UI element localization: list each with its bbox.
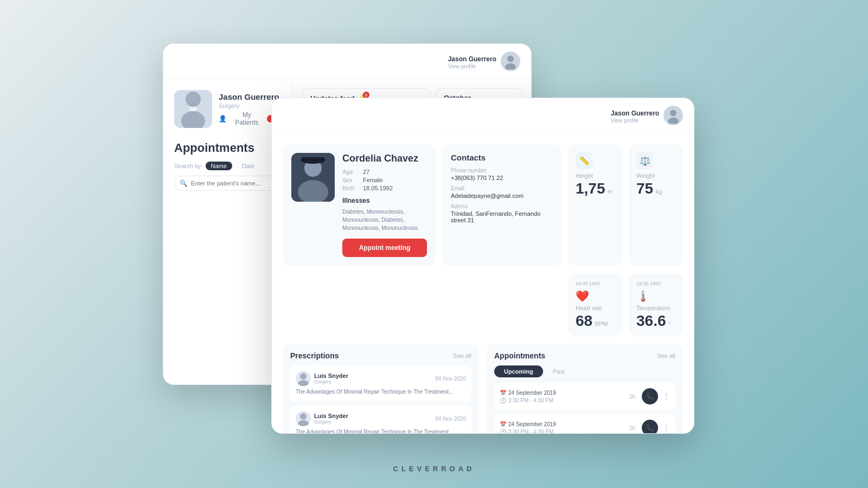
call-button[interactable]: 📞	[642, 420, 658, 434]
sex-value: Female	[363, 177, 383, 183]
age-row: Age 27	[342, 169, 427, 175]
prescriptions-see-all[interactable]: See all	[453, 352, 471, 359]
temperature-value-row: 36.6 °	[636, 313, 675, 329]
scene: Jason Guerrero View profile	[163, 43, 705, 445]
thermometer-icon: 🌡️	[636, 290, 675, 303]
address-value: Trinidad, SanFernando, Fernando street 3…	[451, 210, 553, 223]
heart-rate-card: 18.05.1992 ❤️ Heart rate 68 BPM	[568, 273, 622, 336]
svg-point-23	[300, 373, 307, 380]
presc-avatar	[296, 371, 311, 386]
weight-label: Weight	[636, 172, 675, 179]
presc-avatar	[296, 411, 311, 426]
call-button[interactable]: 📞	[642, 388, 658, 404]
svg-rect-22	[301, 157, 325, 162]
sex-row: Sex Female	[342, 177, 427, 183]
search-pill-name[interactable]: Name	[206, 162, 232, 170]
svg-point-25	[300, 413, 307, 420]
temperature-date: 18.05.1992	[636, 281, 675, 286]
clock-icon-small: 🕐	[500, 397, 506, 403]
sex-label: Sex	[342, 177, 359, 183]
doctor-name: Jason Guerrero	[219, 92, 282, 101]
ruler-icon: 📏	[579, 156, 590, 166]
email-value: Adelaidepayne@gmail.com	[451, 192, 553, 199]
weight-value: 75	[636, 180, 653, 197]
front-header-profile: Jason Guerrero View profile	[611, 106, 683, 125]
birth-label: Birth	[342, 185, 359, 191]
presc-dept: Surgery	[314, 419, 348, 425]
front-card-body: Cordelia Chavez Age 27 Sex Female Birth …	[272, 133, 694, 434]
search-input[interactable]	[174, 176, 282, 191]
prescription-item: Luis Snyder Surgery 04 Nov 2020 The Adva…	[290, 406, 471, 434]
more-options-button[interactable]: ⋮	[662, 423, 670, 432]
front-header-username: Jason Guerrero	[611, 110, 659, 117]
presc-date: 04 Nov 2020	[435, 376, 466, 382]
my-patients-label: My Patients	[230, 111, 264, 126]
svg-point-0	[507, 56, 514, 62]
back-header-view-profile[interactable]: View profile	[448, 63, 496, 69]
phone-section: Phone number +38(063) 770 71 22	[451, 168, 553, 181]
svg-point-1	[505, 63, 516, 69]
heart-rate-value: 68	[576, 312, 592, 329]
prescription-item: Luis Snyder Surgery 04 Nov 2020 The Adva…	[290, 365, 471, 401]
appoint-meeting-button[interactable]: Appoint meeting	[342, 239, 427, 257]
front-header-view-profile[interactable]: View profile	[611, 118, 659, 124]
appointments-section-title: Appointments	[494, 351, 545, 360]
appointments-title: Appointments	[174, 141, 282, 155]
appt-date: 24 September 2019	[508, 421, 556, 427]
heart-rate-date: 18.05.1992	[576, 281, 615, 286]
appointments-section: Appointments Search by Name Date 🔍	[174, 141, 282, 197]
appt-tab-upcoming[interactable]: Upcoming	[494, 365, 543, 377]
front-card-header: Jason Guerrero View profile	[272, 98, 694, 133]
birth-value: 18.05.1992	[363, 185, 393, 191]
temperature-unit: °	[668, 320, 671, 327]
appt-duration: 1h	[629, 394, 635, 400]
appointments-section-front: Appointments See all Upcoming Past 📅 24 …	[487, 344, 683, 434]
search-pill-date[interactable]: Date	[237, 162, 260, 170]
presc-person: Luis Snyder Surgery	[296, 371, 348, 386]
second-info-grid: 18.05.1992 ❤️ Heart rate 68 BPM 18.05.19…	[283, 273, 683, 336]
calendar-icon-small: 📅	[500, 421, 506, 427]
weight-value-row: 75 kg	[636, 181, 675, 196]
appt-item-info: 📅 24 September 2019 🕐 3:30 PM - 4:30 PM	[500, 390, 625, 403]
appt-date: 24 September 2019	[508, 390, 556, 396]
back-header-username: Jason Guerrero	[448, 55, 496, 63]
appointment-item: 📅 24 September 2019 🕐 3:30 PM - 4:30 PM …	[494, 414, 675, 434]
appt-time-row: 🕐 3:30 PM - 4:30 PM	[500, 397, 625, 403]
weight-unit: kg	[656, 188, 662, 195]
height-value: 1,75	[576, 180, 605, 197]
heart-rate-label: Heart rate	[576, 305, 615, 311]
front-header-avatar	[663, 106, 683, 125]
patient-full-name: Cordelia Chavez	[342, 153, 427, 164]
illnesses-text: Diabetes, Mononucleosis, Mononucleosis, …	[342, 208, 427, 232]
more-options-button[interactable]: ⋮	[662, 392, 670, 401]
presc-doctor-name: Luis Snyder	[314, 373, 348, 379]
appt-tab-past[interactable]: Past	[545, 365, 572, 377]
temperature-value: 36.6	[636, 312, 666, 329]
phone-label: Phone number	[451, 168, 553, 174]
appt-date-row: 📅 24 September 2019	[500, 421, 625, 427]
prescriptions-header: Prescriptions See all	[290, 351, 471, 360]
doctor-avatar	[174, 90, 212, 128]
appt-time-row: 🕐 3:30 PM - 4:30 PM	[500, 429, 625, 434]
address-label: Adress	[451, 203, 553, 209]
search-by: Search by Name Date	[174, 162, 282, 170]
appointments-see-all[interactable]: See all	[657, 352, 675, 359]
search-icon: 🔍	[180, 179, 188, 187]
svg-point-24	[298, 380, 309, 386]
birth-row: Birth 18.05.1992	[342, 185, 427, 191]
prescriptions-section: Prescriptions See all Luis Snyder	[283, 344, 479, 434]
contacts-card: Contacts Phone number +38(063) 770 71 22…	[442, 144, 561, 266]
patient-details: Cordelia Chavez Age 27 Sex Female Birth …	[342, 153, 427, 257]
phone-value: +38(063) 770 71 22	[451, 175, 553, 181]
back-header-avatar	[501, 52, 520, 71]
illnesses-label: Illnesses	[342, 197, 427, 204]
bottom-row: Prescriptions See all Luis Snyder	[283, 344, 683, 434]
presc-person: Luis Snyder Surgery	[296, 411, 348, 426]
email-section: Email Adelaidepayne@gmail.com	[451, 185, 553, 199]
appt-tab-bar: Upcoming Past	[494, 365, 675, 377]
weight-icon-bg: ⚖️	[636, 152, 654, 169]
heart-rate-value-row: 68 BPM	[576, 313, 615, 329]
patient-detail-card: Jason Guerrero View profile	[271, 98, 694, 434]
height-label: Height	[576, 172, 615, 179]
search-input-wrap: 🔍	[174, 176, 282, 191]
